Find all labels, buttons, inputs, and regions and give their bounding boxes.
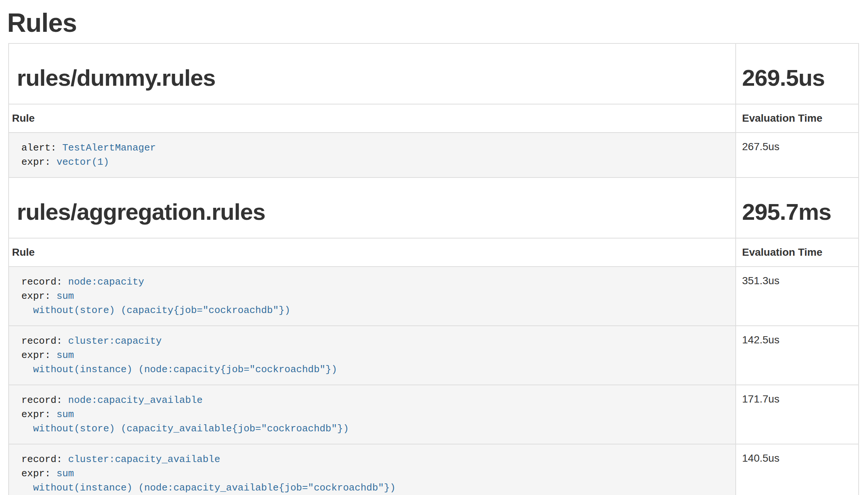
rule-group-header-row: rules/aggregation.rules295.7ms xyxy=(9,177,859,238)
rule-code-link[interactable]: without(instance) (node:capacity{job="co… xyxy=(21,364,337,375)
rule-code-label: expr: xyxy=(21,157,51,168)
rule-code-line: expr: sum xyxy=(21,467,729,481)
rule-code-line: expr: sum xyxy=(21,289,729,303)
rule-group-name: rules/aggregation.rules xyxy=(17,200,729,224)
rule-code-link[interactable]: sum xyxy=(57,468,74,479)
rule-code-label: expr: xyxy=(21,291,51,302)
rule-row: record: node:capacityexpr: sum without(s… xyxy=(9,267,859,326)
rule-code-label: expr: xyxy=(21,468,51,479)
rule-code-line: without(store) (capacity{job="cockroachd… xyxy=(21,303,729,318)
rule-code-label: expr: xyxy=(21,409,51,420)
rule-code-link[interactable]: cluster:capacity xyxy=(68,335,162,347)
rule-definition: record: cluster:capacityexpr: sum withou… xyxy=(21,334,729,377)
rule-group-time-cell: 269.5us xyxy=(736,43,859,104)
rule-code-line: record: node:capacity xyxy=(21,275,729,289)
column-header-evaluation-time: Evaluation Time xyxy=(736,104,859,133)
rule-code-link[interactable]: without(store) (capacity{job="cockroachd… xyxy=(21,305,290,316)
column-header-rule: Rule xyxy=(9,238,736,267)
rule-cell: record: cluster:capacityexpr: sum withou… xyxy=(9,326,736,385)
rule-row: record: cluster:capacity_availableexpr: … xyxy=(9,444,859,495)
rule-evaluation-time: 140.5us xyxy=(736,444,859,495)
rule-definition: record: node:capacityexpr: sum without(s… xyxy=(21,275,729,318)
rule-row: record: cluster:capacityexpr: sum withou… xyxy=(9,326,859,385)
rule-code-line: record: cluster:capacity xyxy=(21,334,729,348)
rule-cell: record: cluster:capacity_availableexpr: … xyxy=(9,444,736,495)
rule-code-link[interactable]: sum xyxy=(57,291,74,302)
page-title: Rules xyxy=(7,0,868,37)
rule-group-name-cell: rules/dummy.rules xyxy=(9,43,736,104)
rule-code-label: record: xyxy=(21,454,62,465)
rule-evaluation-time: 351.3us xyxy=(736,267,859,326)
rule-code-line: alert: TestAlertManager xyxy=(21,141,729,155)
rule-row: alert: TestAlertManagerexpr: vector(1)26… xyxy=(9,133,859,177)
column-header-evaluation-time: Evaluation Time xyxy=(736,238,859,267)
rule-code-line: record: node:capacity_available xyxy=(21,393,729,407)
rule-code-link[interactable]: sum xyxy=(57,409,74,420)
rule-code-line: without(store) (capacity_available{job="… xyxy=(21,422,729,436)
rule-code-link[interactable]: vector(1) xyxy=(57,157,109,168)
rule-group-name: rules/dummy.rules xyxy=(17,66,729,90)
rule-code-link[interactable]: node:capacity xyxy=(68,276,144,288)
rule-definition: record: node:capacity_availableexpr: sum… xyxy=(21,393,729,436)
rule-code-link[interactable]: TestAlertManager xyxy=(62,142,156,154)
rule-code-link[interactable]: cluster:capacity_available xyxy=(68,454,220,465)
column-header-row: RuleEvaluation Time xyxy=(9,238,859,267)
rule-code-line: without(instance) (node:capacity{job="co… xyxy=(21,362,729,377)
rule-group-evaluation-time: 295.7ms xyxy=(742,200,852,224)
rule-code-label: record: xyxy=(21,395,62,406)
column-header-rule: Rule xyxy=(9,104,736,133)
rule-code-line: expr: vector(1) xyxy=(21,155,729,169)
rule-code-line: record: cluster:capacity_available xyxy=(21,452,729,467)
rule-group-time-cell: 295.7ms xyxy=(736,177,859,238)
rule-code-link[interactable]: sum xyxy=(57,350,74,361)
rule-definition: alert: TestAlertManagerexpr: vector(1) xyxy=(21,141,729,169)
rule-cell: record: node:capacityexpr: sum without(s… xyxy=(9,267,736,326)
rules-table: rules/dummy.rules269.5usRuleEvaluation T… xyxy=(8,43,859,495)
rule-definition: record: cluster:capacity_availableexpr: … xyxy=(21,452,729,495)
rule-code-line: expr: sum xyxy=(21,407,729,422)
rule-group-name-cell: rules/aggregation.rules xyxy=(9,177,736,238)
rules-page: Rules rules/dummy.rules269.5usRuleEvalua… xyxy=(0,0,868,495)
rule-code-link[interactable]: without(instance) (node:capacity_availab… xyxy=(21,482,396,494)
rule-code-line: expr: sum xyxy=(21,348,729,362)
rule-code-label: expr: xyxy=(21,350,51,361)
rule-evaluation-time: 142.5us xyxy=(736,326,859,385)
rule-code-label: record: xyxy=(21,335,62,347)
rule-group-evaluation-time: 269.5us xyxy=(742,66,852,90)
rule-code-link[interactable]: node:capacity_available xyxy=(68,395,203,406)
rule-code-line: without(instance) (node:capacity_availab… xyxy=(21,481,729,495)
rule-code-label: alert: xyxy=(21,142,57,154)
rule-group-header-row: rules/dummy.rules269.5us xyxy=(9,43,859,104)
rule-code-link[interactable]: without(store) (capacity_available{job="… xyxy=(21,423,349,434)
rule-evaluation-time: 267.5us xyxy=(736,133,859,177)
rule-row: record: node:capacity_availableexpr: sum… xyxy=(9,385,859,444)
rule-evaluation-time: 171.7us xyxy=(736,385,859,444)
column-header-row: RuleEvaluation Time xyxy=(9,104,859,133)
rule-cell: alert: TestAlertManagerexpr: vector(1) xyxy=(9,133,736,177)
rule-code-label: record: xyxy=(21,276,62,288)
rule-cell: record: node:capacity_availableexpr: sum… xyxy=(9,385,736,444)
